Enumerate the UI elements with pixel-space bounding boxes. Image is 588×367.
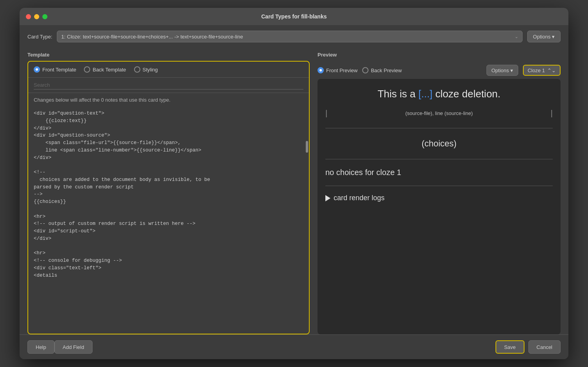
fullscreen-button[interactable] <box>42 14 47 19</box>
cloze-label: Cloze 1 <box>528 68 545 73</box>
card-render-logs[interactable]: card render logs <box>325 194 553 202</box>
front-preview-radio-circle <box>318 67 324 73</box>
template-box: Front Template Back Template Styling <box>27 61 310 334</box>
triangle-icon <box>325 195 330 201</box>
template-radio-row: Front Template Back Template Styling <box>28 62 309 78</box>
traffic-lights <box>26 14 47 19</box>
bottom-left: Help <box>27 340 54 354</box>
right-bar: | <box>551 109 553 118</box>
card-render-logs-label: card render logs <box>334 194 385 202</box>
template-header: Template <box>27 48 310 61</box>
cloze-bracket: [...] <box>418 88 432 100</box>
code-content[interactable]: <div id="question-text"> {{cloze:text}} … <box>34 110 303 279</box>
minimize-button[interactable] <box>34 14 39 19</box>
code-editor[interactable]: <div id="question-text"> {{cloze:text}} … <box>28 107 309 334</box>
card-type-dropdown[interactable]: 1: Cloze: text+source-file+source-line+c… <box>57 31 522 42</box>
front-template-radio-circle <box>34 66 40 73</box>
cloze-button[interactable]: Cloze 1 ⌃⌄ <box>523 65 561 76</box>
search-box <box>28 78 309 93</box>
preview-text-before: This is a <box>377 88 418 100</box>
bottom-bar: Help Add Field Save Cancel <box>20 334 568 359</box>
preview-source-text: (source-file), line (source-line) <box>405 110 473 116</box>
left-bar: | <box>325 109 327 118</box>
card-type-row: Card Type: 1: Cloze: text+source-file+so… <box>20 25 568 48</box>
back-template-label: Back Template <box>93 67 126 73</box>
front-template-radio[interactable]: Front Template <box>34 66 76 73</box>
card-type-label: Card Type: <box>27 34 52 40</box>
back-preview-radio-circle <box>362 67 368 73</box>
front-preview-label: Front Preview <box>326 68 358 73</box>
help-button[interactable]: Help <box>27 340 54 354</box>
preview-source-row: | (source-file), line (source-line) | <box>325 109 553 118</box>
card-type-value: 1: Cloze: text+source-file+source-line+c… <box>61 34 511 40</box>
top-options-button[interactable]: Options ▾ <box>527 31 561 42</box>
preview-choices: (choices) <box>325 139 553 149</box>
template-panel: Template Front Template Back Template St… <box>27 48 318 334</box>
preview-content: This is a [...] cloze deletion. | (sourc… <box>318 79 561 334</box>
front-preview-radio[interactable]: Front Preview <box>318 67 358 73</box>
add-field-button[interactable]: Add Field <box>54 340 93 354</box>
cloze-chevron-icon: ⌃⌄ <box>547 68 556 73</box>
styling-label: Styling <box>143 67 158 73</box>
main-content: Template Front Template Back Template St… <box>20 48 568 334</box>
save-button[interactable]: Save <box>495 340 524 354</box>
cancel-button[interactable]: Cancel <box>528 340 561 354</box>
chevron-down-icon: ⌄ <box>515 34 518 39</box>
divider-3 <box>325 186 553 186</box>
back-template-radio[interactable]: Back Template <box>84 66 126 73</box>
front-template-label: Front Template <box>42 67 76 73</box>
back-preview-label: Back Preview <box>371 68 402 73</box>
styling-radio-circle <box>134 66 140 73</box>
back-template-radio-circle <box>84 66 90 73</box>
bottom-right: Save Cancel <box>495 340 561 354</box>
preview-radio-row: Front Preview Back Preview Options ▾ Clo… <box>318 61 561 79</box>
search-input[interactable] <box>34 81 303 89</box>
scrollbar[interactable] <box>306 141 308 153</box>
divider-2 <box>325 159 553 159</box>
preview-header: Preview <box>318 48 561 61</box>
window-title: Card Types for fill-blanks <box>261 13 327 20</box>
styling-radio[interactable]: Styling <box>134 66 158 73</box>
preview-text-after: cloze deletion. <box>432 88 500 100</box>
no-choices-text: no choices for cloze 1 <box>325 168 553 177</box>
preview-main-text: This is a [...] cloze deletion. <box>325 87 553 101</box>
divider-1 <box>325 128 553 128</box>
preview-options-button[interactable]: Options ▾ <box>486 65 518 76</box>
close-button[interactable] <box>26 14 31 19</box>
titlebar: Card Types for fill-blanks <box>20 8 568 25</box>
main-window: Card Types for fill-blanks Card Type: 1:… <box>20 8 568 359</box>
back-preview-radio[interactable]: Back Preview <box>362 67 402 73</box>
warning-text: Changes below will affect the 0 notes th… <box>28 93 309 107</box>
preview-panel: Preview Front Preview Back Preview Optio… <box>318 48 561 334</box>
